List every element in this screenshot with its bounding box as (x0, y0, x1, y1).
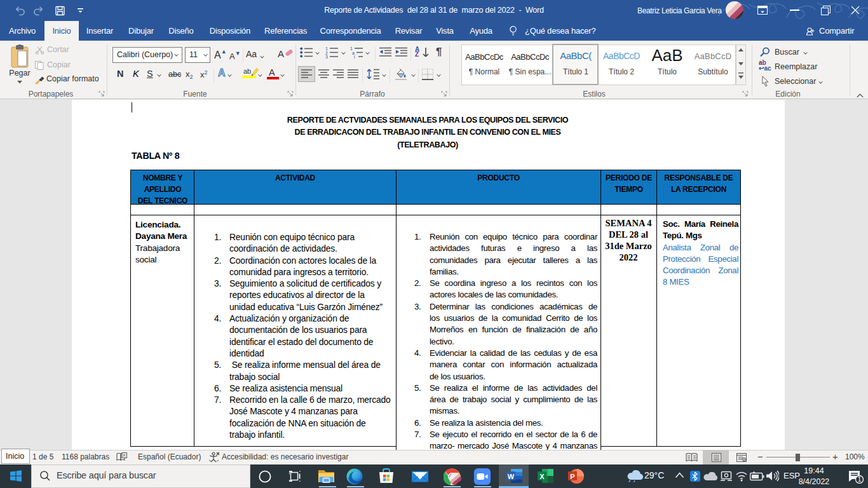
svg-text:1: 1 (858, 476, 862, 483)
svg-text:i: i (354, 55, 355, 58)
svg-text:X: X (539, 473, 545, 480)
svg-text:P: P (570, 473, 574, 480)
svg-text:W: W (508, 473, 515, 480)
svg-text:3: 3 (325, 55, 328, 58)
